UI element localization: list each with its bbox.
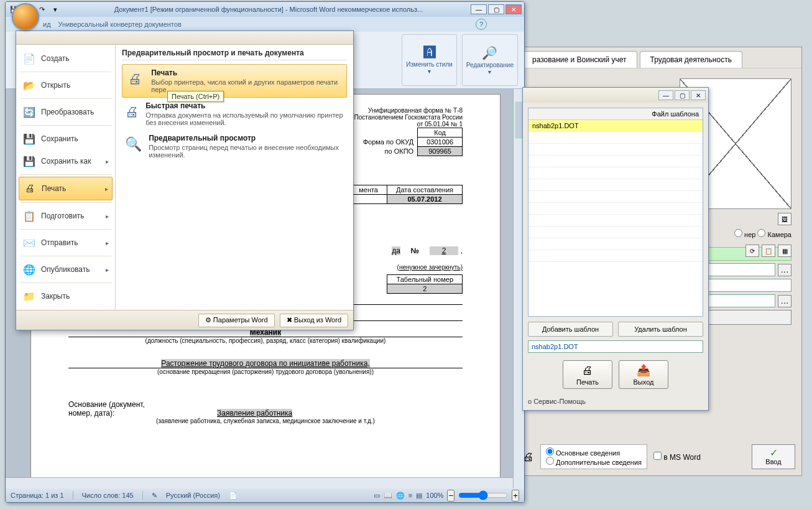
exit-icon: ✖: [287, 316, 292, 324]
template-row[interactable]: nshab2p1.DOT: [528, 120, 703, 132]
dialog-minimize-button[interactable]: —: [658, 90, 673, 100]
template-row[interactable]: [528, 238, 703, 250]
status-page: Страница: 1 из 1: [11, 492, 64, 499]
ribbon-tab-view[interactable]: ид: [43, 21, 51, 28]
view-web-icon[interactable]: 🌐: [396, 492, 405, 500]
photo-edit-button[interactable]: 🖼: [778, 213, 791, 225]
office-menu-left: 📄Создать 📂Открыть 🔄Преобразовать 💾Сохран…: [16, 45, 116, 310]
preview-icon: 🔍: [124, 134, 142, 155]
printer-icon: 🖨: [582, 364, 593, 377]
template-row[interactable]: [528, 226, 703, 238]
view-outline-icon[interactable]: ≡: [408, 492, 412, 499]
application-value: Заявление работника: [217, 409, 292, 418]
window-minimize-button[interactable]: —: [471, 4, 487, 14]
selected-template-field[interactable]: [528, 340, 703, 353]
print-preview-item[interactable]: 🔍 Предварительный просмотрПросмотр стран…: [122, 130, 347, 162]
radio-extra-info[interactable]: Дополнительные сведения: [546, 459, 642, 466]
print-item[interactable]: 🖨 ПечатьВыбор принтера, числа копий и др…: [122, 64, 347, 98]
delete-template-button[interactable]: Удалить шаблон: [618, 322, 703, 337]
tabnum-table: Табельный номер 2: [387, 274, 463, 294]
checkbox-ms-word[interactable]: в MS Word: [653, 452, 701, 462]
job-caption: (должность (специальность, профессия), р…: [68, 337, 463, 344]
template-list-header: Файл шаблона: [528, 108, 703, 120]
print-template-button[interactable]: 🖨Печать: [563, 360, 612, 389]
menu-publish[interactable]: 🌐Опубликовать▸: [19, 258, 113, 281]
zoom-value: 100%: [426, 492, 443, 499]
zoom-in-button[interactable]: +: [512, 490, 519, 502]
menu-print[interactable]: 🖨Печать▸: [19, 177, 113, 200]
window-maximize-button[interactable]: ▢: [488, 4, 504, 14]
list-icon-button[interactable]: 📋: [762, 245, 775, 257]
print-panel-title: Предварительный просмотр и печать докуме…: [122, 49, 347, 60]
word-options-button[interactable]: ⚙ Параметры Word: [198, 314, 275, 327]
zoom-slider[interactable]: [458, 490, 508, 500]
office-menu-right: Предварительный просмотр и печать докуме…: [116, 45, 353, 310]
view-print-icon[interactable]: ▭: [374, 492, 380, 500]
menu-create[interactable]: 📄Создать: [19, 47, 113, 70]
menu-save-as[interactable]: 💾Сохранить как▸: [19, 150, 113, 172]
exit-word-button[interactable]: ✖ Выход из Word: [280, 314, 348, 327]
tab-education[interactable]: разование и Воинский учет: [522, 51, 637, 68]
menu-convert[interactable]: 🔄Преобразовать: [19, 101, 113, 123]
basis-doc-label: Основание (документ,: [68, 400, 145, 409]
print-icon: 🖨: [23, 182, 37, 195]
template-row[interactable]: [528, 132, 703, 144]
proofing-icon[interactable]: ✎: [152, 492, 157, 500]
exit-template-button[interactable]: 📤Выход: [619, 360, 668, 389]
refresh-icon-button[interactable]: ⟳: [745, 245, 759, 257]
radio-scanner[interactable]: нер: [734, 231, 755, 238]
template-row[interactable]: [528, 250, 703, 262]
word-window: 💾 ↶ ↷ ▾ Документ1 [Режим ограниченной фу…: [5, 1, 525, 503]
add-template-button[interactable]: Добавить шаблон: [528, 322, 613, 337]
save-icon: 💾: [22, 132, 36, 146]
new-icon: 📄: [22, 52, 36, 65]
close-doc-icon: 📁: [22, 289, 36, 303]
basis-caption: (основание прекращения (расторжения) тру…: [68, 368, 463, 375]
menu-open[interactable]: 📂Открыть: [19, 74, 113, 96]
menu-close[interactable]: 📁Закрыть: [19, 285, 113, 307]
ribbon-group-editing[interactable]: 🔎 Редактирование▾: [462, 34, 518, 86]
status-words: Число слов: 145: [82, 492, 134, 499]
ribbon-group-styles[interactable]: 🅰 Изменить стили▾: [402, 34, 456, 86]
menu-save[interactable]: 💾Сохранить: [19, 128, 113, 150]
horizontal-scrollbar[interactable]: [6, 477, 513, 488]
open-icon: 📂: [22, 78, 36, 92]
enter-button[interactable]: ✓Ввод: [752, 444, 795, 469]
template-row[interactable]: [528, 215, 703, 226]
status-language[interactable]: Русский (Россия): [166, 492, 220, 499]
code-table: Код Форма по ОКУД0301006 по ОКПО909965: [354, 128, 463, 156]
template-row[interactable]: [528, 167, 703, 179]
quick-print-item[interactable]: 🖨 Быстрая печатьОтправка документа на ис…: [122, 98, 347, 130]
find-icon: 🔎: [482, 45, 497, 60]
window-close-button[interactable]: ✕: [505, 4, 522, 14]
print-tooltip: Печать (Ctrl+P): [167, 91, 224, 102]
grid-icon-button[interactable]: ▦: [778, 245, 791, 257]
template-row[interactable]: [528, 144, 703, 156]
template-row[interactable]: [528, 179, 703, 191]
zoom-out-button[interactable]: −: [447, 490, 454, 502]
dialog-maximize-button[interactable]: ▢: [675, 90, 690, 100]
quick-print-icon: 🖨: [124, 101, 139, 123]
view-read-icon[interactable]: 📖: [384, 492, 392, 500]
dialog-close-button[interactable]: ✕: [691, 90, 706, 100]
track-changes-icon[interactable]: 📄: [229, 492, 238, 500]
date2-picker-button[interactable]: …: [778, 295, 791, 307]
office-button[interactable]: [12, 3, 39, 30]
template-row[interactable]: [528, 156, 703, 167]
date-table: ментаДата составления 05.07.2012: [349, 185, 463, 204]
menu-prepare[interactable]: 📋Подготовить▸: [19, 205, 113, 227]
qat-customize-button[interactable]: ▾: [49, 4, 62, 15]
template-row[interactable]: [528, 191, 703, 203]
date1-picker-button[interactable]: …: [778, 264, 791, 276]
radio-camera[interactable]: Камера: [757, 231, 791, 238]
view-draft-icon[interactable]: ▤: [416, 492, 422, 500]
template-dialog: — ▢ ✕ Файл шаблона nshab2p1.DOT Добавить…: [522, 87, 709, 411]
menu-send[interactable]: ✉️Отправить▸: [19, 231, 113, 254]
radio-main-info[interactable]: Основные сведения: [546, 449, 620, 457]
template-row[interactable]: [528, 203, 703, 215]
prepare-icon: 📋: [22, 209, 36, 223]
template-list[interactable]: Файл шаблона nshab2p1.DOT: [528, 108, 703, 317]
tab-work[interactable]: Трудовая деятельность: [640, 51, 742, 68]
help-icon[interactable]: ?: [476, 19, 487, 30]
ribbon-tab-converter[interactable]: Универсальный конвертер документов: [58, 21, 182, 28]
